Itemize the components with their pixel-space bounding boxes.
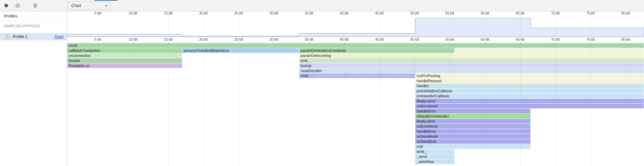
sampling-profiles-section-header: SAMPLING PROFILES [0, 21, 67, 30]
ruler-tick-mark [203, 42, 204, 43]
flame-frame[interactable]: lookup [299, 63, 644, 68]
flame-frame[interactable]: Reply.send [415, 119, 531, 124]
flame-frame[interactable]: handler [415, 84, 644, 88]
ruler-tick-mark [379, 42, 380, 43]
flame-frame[interactable]: callbackTrampoline [67, 48, 182, 53]
flame-chart-pane: 5 kB10 kB15 kB20 kB25 kB30 kB35 kB40 kB4… [67, 11, 644, 166]
chevron-down-icon: ▼ [105, 4, 108, 7]
flame-frame[interactable]: runPreParsing [415, 73, 644, 78]
ruler-tick-label: 70 kB [551, 37, 560, 42]
delete-profile-button[interactable] [31, 1, 39, 10]
active-tab-indicator [94, 0, 118, 1]
ruler-tick-label: 80 kB [621, 37, 630, 42]
ruler-tick-mark [239, 42, 239, 43]
profile-label: Profile 1 [13, 34, 28, 39]
overview-area-chart [67, 16, 644, 37]
flame-frame[interactable]: routeHandler [299, 68, 644, 73]
ruler-tick-label: 35 kB [305, 37, 313, 42]
ruler-tick-label: 10 kB [129, 37, 138, 42]
flame-frame[interactable]: Reply.send [415, 99, 644, 103]
flame-frame[interactable]: preValidationCallback [415, 89, 644, 93]
toolbar-separator [67, 0, 67, 11]
profiler-toolbar: Chart ▼ [0, 0, 644, 11]
flame-chart: (root)callbackTrampolineprocessTicksAndR… [67, 43, 644, 166]
profiles-heading: Profiles [0, 11, 67, 21]
save-link[interactable]: Save [54, 34, 64, 39]
ruler-tick-mark [309, 42, 309, 43]
flame-frame[interactable]: onErrorHook [415, 124, 531, 129]
ruler-tick-mark [168, 42, 168, 43]
flame-frame[interactable]: onErrorHook [415, 104, 644, 108]
ruler-tick-mark [555, 42, 556, 43]
ruler-tick-label: 55 kB [446, 37, 454, 42]
overview-pane[interactable] [67, 16, 644, 37]
memory-profiler-panel: Chart ▼ Profiles SAMPLING PROFILES Profi… [0, 0, 644, 166]
flame-frame[interactable]: Readable.on [67, 63, 182, 68]
flame-frame[interactable] [455, 48, 644, 53]
ruler-tick-label: 45 kB [375, 37, 384, 42]
ruler-tick-label: 75 kB [586, 37, 595, 42]
ruler-tick-mark [485, 42, 485, 43]
profile-icon [5, 34, 10, 39]
ruler-tick-mark [415, 42, 415, 43]
ruler-tick-mark [98, 42, 98, 43]
flame-frame[interactable]: end [415, 144, 531, 149]
ruler-tick-mark [626, 42, 626, 43]
profile-item[interactable]: Profile 1 Save [0, 33, 67, 40]
ruler-tick-mark [344, 42, 344, 43]
ruler-tick-mark [520, 42, 521, 43]
ruler-tick-label: 5 kB [94, 37, 101, 42]
flame-frame[interactable]: (root) [67, 43, 644, 48]
ruler-tick-label: 20 kB [199, 37, 208, 42]
ruler-tick-label: 30 kB [269, 37, 278, 42]
ruler-tick-mark [274, 42, 274, 43]
flame-frame[interactable]: parserOnIncoming [299, 53, 455, 58]
ruler-top: 5 kB10 kB15 kB20 kB25 kB30 kB35 kB40 kB4… [67, 11, 644, 16]
profiles-sidebar: Profiles SAMPLING PROFILES Profile 1 Sav… [0, 11, 67, 166]
record-button[interactable] [2, 1, 10, 10]
flame-frame[interactable]: preHandlerCallback [415, 94, 644, 98]
flame-frame[interactable]: handleError [415, 109, 531, 113]
view-mode-select[interactable]: Chart ▼ [69, 2, 110, 10]
flame-frame[interactable]: _writeRaw [415, 159, 455, 164]
flame-frame[interactable]: handleRequest [415, 78, 644, 83]
clear-profiles-button[interactable] [13, 1, 22, 10]
ruler-tick-label: 40 kB [340, 37, 349, 42]
ruler-tick-label: 65 kB [516, 37, 525, 42]
flame-frame[interactable]: onconnection [67, 53, 182, 58]
ruler-tick-mark [591, 42, 591, 43]
flame-frame[interactable]: write_ [415, 149, 455, 154]
ruler-tick-mark [133, 42, 134, 43]
flame-frame[interactable]: _send [415, 154, 455, 159]
clear-icon [15, 3, 20, 8]
flame-frame[interactable]: emit [299, 58, 644, 63]
flame-frame[interactable]: child [299, 73, 415, 78]
flame-frame[interactable]: processTicksAndRejections [182, 48, 299, 53]
flame-frame[interactable] [455, 53, 644, 58]
ruler-bottom: 5 kB10 kB15 kB20 kB25 kB30 kB35 kB40 kB4… [67, 37, 644, 43]
flame-frame[interactable]: parserOnHeadersComplete [299, 48, 455, 53]
ruler-tick-label: 50 kB [410, 37, 419, 42]
ruler-tick-mark [450, 42, 450, 43]
flame-frame[interactable]: Socket [67, 58, 182, 63]
view-mode-value: Chart [71, 3, 81, 8]
flame-frame[interactable]: defaultErrorHandler [415, 114, 531, 119]
record-icon [4, 3, 9, 8]
ruler-tick-label: 25 kB [234, 37, 243, 42]
ruler-tick-label: 60 kB [481, 37, 489, 42]
ruler-tick-label: 15 kB [164, 37, 173, 42]
flame-frames: (root)callbackTrampolineprocessTicksAndR… [67, 43, 644, 166]
flame-frame[interactable]: onSendHook [415, 134, 531, 139]
flame-frame[interactable]: handleError [415, 129, 531, 134]
trash-icon [33, 3, 38, 8]
flame-frame[interactable]: onSendEnd [415, 139, 531, 144]
